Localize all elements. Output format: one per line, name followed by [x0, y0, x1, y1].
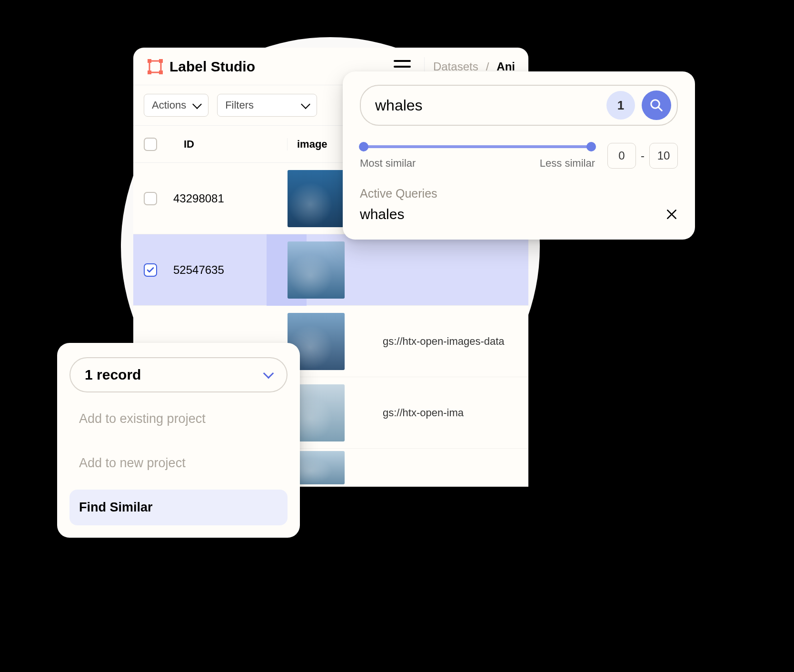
thumbnail[interactable]: [288, 170, 345, 227]
search-panel: whales 1 Most similar Less similar 0 - 1…: [343, 71, 695, 240]
menu-item-add-new[interactable]: Add to new project: [69, 445, 288, 481]
chevron-down-icon: [263, 368, 274, 379]
svg-rect-2: [159, 59, 163, 63]
check-icon: [146, 266, 155, 274]
label-studio-icon: [147, 58, 164, 75]
context-menu-panel: 1 record Add to existing project Add to …: [57, 343, 300, 538]
chevron-down-icon: [192, 100, 202, 109]
query-count-badge: 1: [606, 91, 635, 120]
filters-dropdown[interactable]: Filters: [217, 94, 317, 117]
slider-label-right: Less similar: [540, 157, 595, 170]
filters-label: Filters: [225, 99, 254, 111]
similarity-slider-row: Most similar Less similar 0 - 10: [360, 142, 678, 170]
active-query-row: whales: [360, 206, 678, 222]
app-title: Label Studio: [169, 59, 255, 75]
search-icon: [649, 98, 664, 112]
close-icon[interactable]: [665, 208, 678, 221]
search-button[interactable]: [642, 90, 671, 120]
slider-handle-left[interactable]: [359, 142, 368, 151]
thumbnail[interactable]: [288, 241, 345, 299]
select-all-checkbox[interactable]: [144, 138, 157, 151]
range-max-input[interactable]: 10: [649, 143, 678, 169]
app-logo[interactable]: Label Studio: [147, 58, 255, 75]
range-min-input[interactable]: 0: [607, 143, 636, 169]
active-queries-title: Active Queries: [360, 187, 678, 201]
row-path: gs://htx-open-ima: [373, 407, 518, 419]
row-id: 52547635: [169, 263, 288, 277]
menu-item-add-existing[interactable]: Add to existing project: [69, 401, 288, 437]
actions-dropdown[interactable]: Actions: [144, 94, 208, 117]
slider-label-left: Most similar: [360, 157, 416, 170]
column-header-id[interactable]: ID: [169, 138, 288, 150]
chevron-down-icon: [301, 100, 310, 109]
records-dropdown[interactable]: 1 record: [69, 357, 288, 392]
active-query-text: whales: [360, 206, 404, 222]
row-checkbox[interactable]: [144, 192, 157, 205]
actions-label: Actions: [152, 99, 186, 111]
records-label: 1 record: [85, 367, 141, 383]
similarity-slider[interactable]: [360, 142, 595, 151]
svg-rect-4: [159, 70, 163, 74]
range-inputs: 0 - 10: [607, 143, 678, 169]
row-id: 43298081: [169, 192, 288, 205]
row-path: gs://htx-open-images-data: [373, 335, 518, 348]
row-checkbox[interactable]: [144, 263, 157, 277]
slider-handle-right[interactable]: [586, 142, 596, 151]
table-row[interactable]: 52547635: [133, 234, 528, 306]
svg-line-6: [658, 107, 662, 111]
menu-item-find-similar[interactable]: Find Similar: [69, 490, 288, 525]
range-separator: -: [641, 149, 645, 162]
svg-rect-1: [148, 59, 151, 63]
svg-rect-3: [148, 70, 151, 74]
search-input[interactable]: whales: [375, 97, 600, 114]
search-bar: whales 1: [360, 85, 678, 126]
